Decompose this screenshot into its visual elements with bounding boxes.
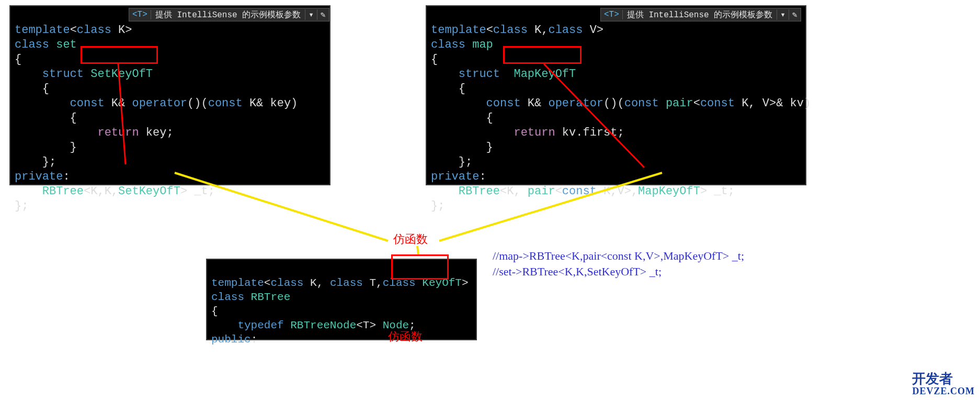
t: T, <box>363 277 383 289</box>
kw: class <box>211 291 244 303</box>
kw: template <box>15 24 70 37</box>
kw: class <box>15 38 49 51</box>
kw: template <box>431 24 486 37</box>
t: <T> <box>356 319 382 331</box>
highlight-mapkeyoft <box>503 46 582 64</box>
t: : <box>479 170 486 183</box>
t: K, V>& kv) <box>735 97 811 110</box>
kw: class <box>493 24 528 37</box>
chevron-down-icon[interactable]: ▾ <box>305 9 317 20</box>
type: RBTree <box>244 291 290 303</box>
t: { <box>431 112 493 125</box>
t: }; <box>431 155 472 169</box>
t: <K, <box>500 185 528 198</box>
t: key; <box>139 126 174 139</box>
t: K& key) <box>243 97 298 110</box>
t: <K,K, <box>84 185 118 198</box>
t: }; <box>431 199 445 213</box>
comment-set: //set->RBTree<K,K,SetKeyOfT> _t; <box>493 265 662 278</box>
kw: const <box>15 97 105 110</box>
intellisense-hint[interactable]: <T> 提供 IntelliSense 的示例模板参数 ▾ ✎ <box>600 8 801 21</box>
t: < <box>555 185 562 198</box>
watermark-bottom: DEVZE.COM <box>912 386 975 397</box>
intellisense-label: 提供 IntelliSense 的示例模板参数 <box>623 9 777 20</box>
kw: class <box>431 38 465 51</box>
kw: private <box>15 170 63 183</box>
type: pair <box>528 185 555 198</box>
t: K, <box>303 277 329 289</box>
kw: return <box>15 126 139 139</box>
type: MapKeyOfT <box>638 185 700 198</box>
annotation-functor-top: 仿函数 <box>393 231 428 247</box>
pencil-icon[interactable]: ✎ <box>317 9 329 20</box>
annotation-functor-bottom: 仿函数 <box>388 329 423 345</box>
kw: class <box>548 24 583 37</box>
svg-line-4 <box>417 246 418 254</box>
template-tag-icon: <T> <box>601 10 623 19</box>
kw: class <box>77 24 111 37</box>
type: RBTree <box>431 185 500 198</box>
type: set <box>49 38 77 51</box>
kw: class <box>330 277 363 289</box>
kw: return <box>431 126 555 139</box>
pseudo-comments: //map->RBTree<K,pair<const K,V>,MapKeyOf… <box>493 232 744 280</box>
kw: struct <box>15 68 84 81</box>
t: { <box>15 53 21 66</box>
kw: const <box>562 185 597 198</box>
kw: typedef <box>211 319 284 331</box>
chevron-down-icon[interactable]: ▾ <box>777 9 789 20</box>
kw: const <box>624 97 659 110</box>
t: > _t; <box>700 185 735 198</box>
t: pair <box>659 97 693 110</box>
kw: template <box>211 277 264 289</box>
t: > _t; <box>180 185 215 198</box>
kw: const <box>431 97 521 110</box>
t: { <box>211 305 218 317</box>
comment-map: //map->RBTree<K,pair<const K,V>,MapKeyOf… <box>493 249 744 262</box>
watermark: 开发者 DEVZE.COM <box>912 372 975 397</box>
t: ()( <box>603 97 624 110</box>
t: < <box>693 97 700 110</box>
t: { <box>15 82 49 95</box>
code-pane-set: template<class K> class set { struct Set… <box>9 5 331 185</box>
t: }; <box>15 199 28 213</box>
intellisense-label: 提供 IntelliSense 的示例模板参数 <box>151 9 305 20</box>
t: : <box>251 334 258 346</box>
type: MapKeyOfT <box>500 68 576 81</box>
t: : <box>63 170 70 183</box>
t: } <box>431 141 493 154</box>
t: < <box>486 24 493 37</box>
t: < <box>264 277 271 289</box>
t: } <box>15 141 77 154</box>
type: RBTreeNode <box>284 319 357 331</box>
kw: const <box>700 97 735 110</box>
t: V> <box>583 24 603 37</box>
t: { <box>431 53 438 66</box>
t: K,V>, <box>597 185 638 198</box>
intellisense-hint[interactable]: <T> 提供 IntelliSense 的示例模板参数 ▾ ✎ <box>129 8 329 21</box>
t: { <box>15 112 77 125</box>
kw: class <box>270 277 303 289</box>
highlight-keyoft <box>391 254 449 280</box>
t: ()( <box>187 97 208 110</box>
kw: private <box>431 170 479 183</box>
type: map <box>465 38 493 51</box>
template-tag-icon: <T> <box>129 10 151 19</box>
type: SetKeyOfT <box>118 185 180 198</box>
t: }; <box>15 155 56 169</box>
highlight-setkeyoft <box>81 46 158 64</box>
t: K& <box>521 97 549 110</box>
t: { <box>431 82 465 95</box>
code-pane-map: template<class K,class V> class map { st… <box>426 5 806 185</box>
pencil-icon[interactable]: ✎ <box>789 9 801 20</box>
t: > <box>462 277 469 289</box>
kw: struct <box>431 68 500 81</box>
t: K, <box>528 24 549 37</box>
t: K& <box>105 97 132 110</box>
kw: operator <box>548 97 603 110</box>
watermark-top: 开发者 <box>912 371 953 386</box>
kw: operator <box>132 97 187 110</box>
t: K> <box>111 24 132 37</box>
type: SetKeyOfT <box>84 68 153 81</box>
t: kv.first; <box>555 126 624 139</box>
